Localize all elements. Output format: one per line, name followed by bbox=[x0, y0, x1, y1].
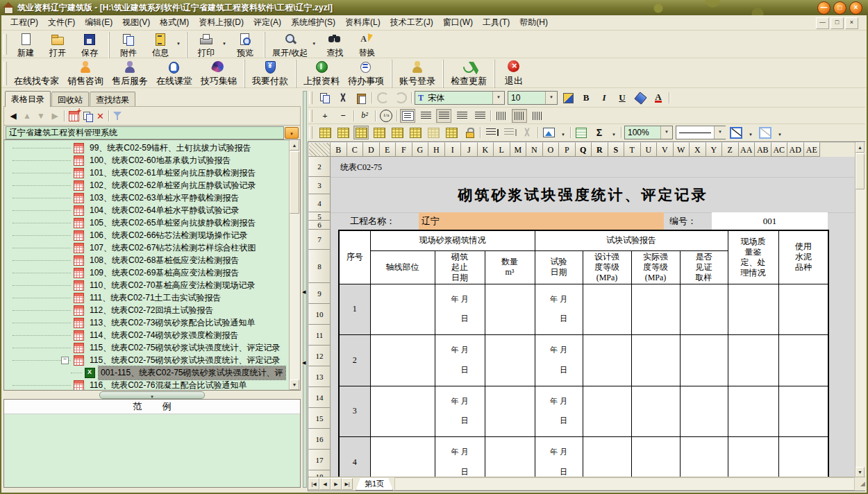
row-header-cell[interactable]: 4 bbox=[308, 194, 331, 212]
left-panel-tab[interactable]: 表格目录 bbox=[5, 91, 51, 107]
copy-button[interactable] bbox=[317, 91, 333, 105]
menu-item[interactable]: 工程(P) bbox=[6, 15, 43, 30]
header-seq[interactable]: 序号 bbox=[339, 230, 370, 284]
tree-item[interactable]: 107、统表C02-67钻芯法检测芯样综合柱状图 bbox=[4, 241, 289, 254]
build-date-cell[interactable]: 年 月 日 bbox=[435, 437, 485, 478]
column-header-cell[interactable]: B bbox=[331, 142, 347, 157]
toolbar-button[interactable]: 打开 bbox=[42, 32, 74, 60]
row-header-cell[interactable]: 14 bbox=[308, 387, 331, 408]
sum-button[interactable]: Σ bbox=[592, 126, 607, 139]
axis-cell[interactable] bbox=[370, 437, 435, 478]
select-all-corner[interactable] bbox=[308, 142, 331, 157]
column-header-cell[interactable]: K bbox=[478, 142, 494, 157]
tree-scrollbar-thumb[interactable] bbox=[290, 151, 299, 214]
scroll-up-icon[interactable]: ▲ bbox=[290, 140, 299, 151]
left-panel-tab[interactable]: 查找结果 bbox=[90, 92, 135, 106]
witness-cell[interactable] bbox=[680, 386, 728, 437]
function-button[interactable] bbox=[574, 126, 589, 139]
dropdown-arrow-icon[interactable] bbox=[312, 32, 319, 56]
column-header-cell[interactable]: T bbox=[624, 142, 641, 157]
row-height-button[interactable] bbox=[483, 126, 499, 139]
row-header-cell[interactable]: 11 bbox=[308, 325, 331, 346]
vertical-scrollbar-thumb[interactable] bbox=[856, 153, 865, 189]
menu-item[interactable]: 评定(A) bbox=[249, 15, 286, 30]
column-header-cell[interactable]: I bbox=[445, 142, 462, 157]
tree-item[interactable]: 99、统表C02-59锚杆、土钉抗拔力试验报告 bbox=[4, 142, 289, 154]
actual-strength-cell[interactable] bbox=[631, 437, 680, 478]
new-form-icon[interactable] bbox=[69, 111, 79, 121]
fill-color-button[interactable] bbox=[633, 91, 648, 105]
horizontal-scrollbar[interactable] bbox=[394, 477, 855, 491]
qty-cell[interactable] bbox=[485, 386, 535, 437]
row-header-cell[interactable]: 15 bbox=[308, 408, 331, 429]
header-witness[interactable]: 是否 见证 取样 bbox=[680, 250, 728, 284]
column-header-cell[interactable]: W bbox=[674, 142, 690, 157]
font-size-dropdown-button[interactable] bbox=[545, 92, 557, 104]
border-dropdown-icon[interactable] bbox=[746, 126, 755, 139]
toolbar-button[interactable]: 保存 bbox=[74, 32, 106, 60]
cut-button[interactable] bbox=[335, 91, 351, 105]
seq-cell[interactable]: 1 bbox=[339, 284, 370, 335]
align-left-button[interactable] bbox=[418, 109, 433, 123]
column-header-cell[interactable]: AD bbox=[787, 142, 804, 157]
undo-button[interactable] bbox=[375, 91, 390, 105]
toolbar-button[interactable]: 附件 bbox=[109, 32, 144, 60]
column-header-cell[interactable]: E bbox=[380, 142, 397, 157]
table-style-button[interactable] bbox=[426, 126, 441, 139]
column-header-cell[interactable]: S bbox=[608, 142, 625, 157]
build-date-cell[interactable]: 年 月 日 bbox=[435, 284, 485, 335]
zoom-combobox[interactable]: 100% bbox=[624, 126, 673, 139]
last-sheet-icon[interactable] bbox=[342, 478, 353, 490]
nav-down-icon[interactable]: ▼ bbox=[36, 111, 46, 121]
column-header-cell[interactable]: R bbox=[592, 142, 608, 157]
merge-align-button[interactable] bbox=[400, 109, 415, 123]
toolbar-button[interactable]: 查找 bbox=[319, 32, 351, 60]
toolbar-button[interactable]: 账号登录 bbox=[392, 60, 440, 88]
paste-button[interactable] bbox=[353, 91, 369, 105]
column-header-cell[interactable]: AE bbox=[804, 142, 821, 157]
filter-icon[interactable] bbox=[113, 111, 123, 121]
quality-cell[interactable] bbox=[728, 437, 778, 478]
tree-item[interactable]: 103、统表C02-63单桩水平静载检测报告 bbox=[4, 191, 289, 204]
split-cells-button[interactable] bbox=[372, 126, 387, 139]
column-header-cell[interactable]: AB bbox=[755, 142, 771, 157]
no-border-button[interactable] bbox=[758, 126, 773, 139]
project-name-field[interactable]: 辽宁 bbox=[419, 212, 664, 230]
tree-item[interactable]: 105、统表C02-65单桩竖向抗拔静载检测报告 bbox=[4, 216, 289, 229]
column-header-cell[interactable]: F bbox=[396, 142, 412, 157]
column-header-cell[interactable]: P bbox=[559, 142, 576, 157]
toolbar-button[interactable]: 检查更新 bbox=[443, 60, 491, 88]
menu-item[interactable]: 编辑(E) bbox=[80, 15, 117, 30]
cement-cell[interactable] bbox=[778, 437, 828, 478]
tree-item[interactable]: 106、统表C02-66钻芯法检测现场操作记录 bbox=[4, 229, 289, 241]
align-center-button[interactable] bbox=[436, 109, 451, 123]
toolbar-grip[interactable] bbox=[3, 62, 7, 85]
toolbar-button[interactable]: 待办事项 bbox=[344, 60, 388, 88]
tree-item[interactable]: 109、统表C02-69基桩高应变法检测报告 bbox=[4, 266, 289, 279]
column-header-cell[interactable]: J bbox=[461, 142, 478, 157]
redo-button[interactable] bbox=[393, 91, 408, 105]
document-title[interactable]: 砌筑砂浆试块强度统计、评定记录 bbox=[338, 177, 828, 212]
insert-table-button[interactable] bbox=[390, 126, 405, 139]
axis-cell[interactable] bbox=[370, 284, 435, 335]
cement-cell[interactable] bbox=[778, 335, 828, 386]
tree-item[interactable]: 108、统表C02-68基桩低应变法检测报告 bbox=[4, 254, 289, 266]
column-header-cell[interactable]: AA bbox=[739, 142, 756, 157]
test-date-cell[interactable]: 年 月 日 bbox=[535, 386, 583, 437]
tree-item[interactable]: 104、统表C02-64单桩水平静载试验记录 bbox=[4, 204, 289, 216]
quality-cell[interactable] bbox=[728, 335, 778, 386]
toolbar-button[interactable]: 销售咨询 bbox=[63, 60, 108, 88]
column-header-cell[interactable]: U bbox=[641, 142, 658, 157]
seq-cell[interactable]: 2 bbox=[339, 335, 370, 386]
witness-cell[interactable] bbox=[680, 335, 728, 386]
sheet-tab[interactable]: 第1页 bbox=[356, 478, 393, 491]
format-painter-button[interactable] bbox=[560, 91, 576, 105]
close-button[interactable]: × bbox=[849, 1, 862, 15]
header-actual-strength[interactable]: 实际强 度等级 (MPa) bbox=[631, 250, 680, 284]
menu-item[interactable]: 资料库(L) bbox=[340, 15, 385, 30]
bold-button[interactable]: B bbox=[578, 91, 594, 105]
toolbar-grip[interactable] bbox=[309, 110, 312, 122]
toolbar-button[interactable]: 信息 bbox=[144, 32, 176, 60]
number-field[interactable]: 001 bbox=[712, 212, 828, 230]
tree-collapse-icon[interactable] bbox=[61, 357, 69, 364]
